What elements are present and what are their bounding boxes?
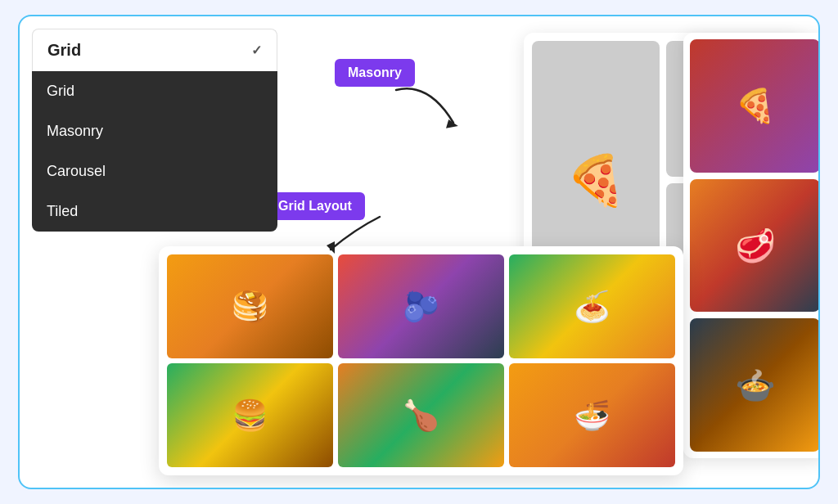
dropdown-item-masonry[interactable]: Masonry	[32, 111, 277, 151]
grid-image-burger	[167, 363, 333, 467]
right-image-2	[690, 179, 820, 313]
chevron-down-icon: ✓	[251, 43, 262, 58]
grid-image-pancakes	[167, 254, 333, 358]
grid-image-noodles	[509, 363, 675, 467]
main-container: Masonry Grid Layout Grid ✓ Grid Masonry …	[18, 15, 820, 489]
dropdown-item-grid[interactable]: Grid	[32, 71, 277, 111]
grid-image-chicken	[338, 363, 504, 467]
dropdown-menu: Grid Masonry Carousel Tiled	[32, 71, 277, 232]
right-image-1	[690, 39, 820, 173]
dropdown-header[interactable]: Grid ✓	[32, 29, 277, 71]
grid-layout-arrow	[314, 205, 396, 262]
dropdown-widget[interactable]: Grid ✓ Grid Masonry Carousel Tiled	[32, 29, 277, 232]
grid-panel	[159, 246, 683, 475]
right-image-3	[690, 318, 820, 452]
grid-image-pasta	[509, 254, 675, 358]
grid-image-berries	[338, 254, 504, 358]
svg-marker-1	[327, 241, 335, 254]
dropdown-item-tiled[interactable]: Tiled	[32, 191, 277, 232]
masonry-arrow	[380, 74, 478, 139]
right-panel	[683, 33, 820, 458]
dropdown-selected-label: Grid	[47, 41, 81, 60]
dropdown-item-carousel[interactable]: Carousel	[32, 151, 277, 191]
